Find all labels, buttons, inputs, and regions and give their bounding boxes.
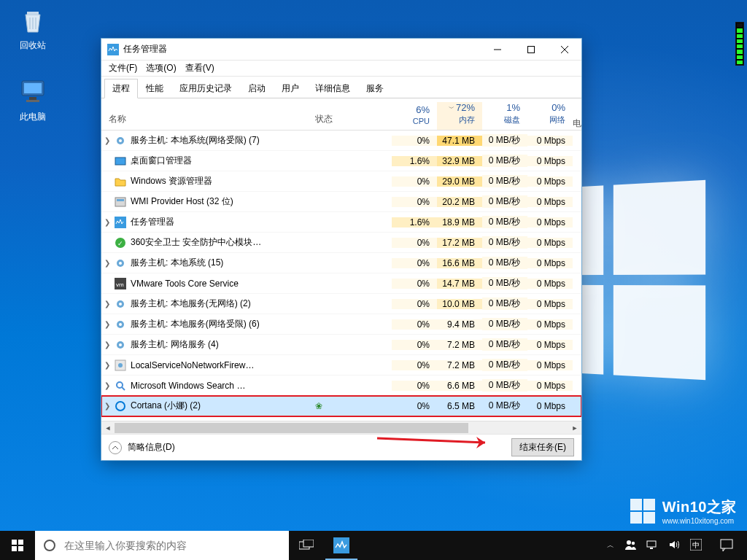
tray-ime-icon[interactable]: 中: [690, 539, 702, 553]
scroll-left-button[interactable]: ◄: [101, 421, 115, 435]
svg-rect-1: [24, 83, 42, 93]
table-row[interactable]: ❯服务主机: 本地系统 (15)0%16.6 MB0 MB/秒0 Mbps: [101, 253, 581, 273]
menu-bar: 文件(F) 选项(O) 查看(V): [101, 61, 581, 77]
close-button[interactable]: [548, 39, 581, 61]
expand-toggle[interactable]: ❯: [101, 320, 113, 328]
task-view-icon: [299, 540, 314, 551]
col-disk[interactable]: 1% 磁盘: [482, 102, 527, 130]
disk-value: 0 MB/秒: [482, 400, 527, 412]
svg-point-23: [119, 343, 122, 346]
fewer-details-toggle[interactable]: [109, 441, 122, 454]
col-memory[interactable]: ﹀72% 内存: [437, 102, 482, 130]
col-cpu[interactable]: 6% CPU: [392, 104, 437, 130]
expand-toggle[interactable]: ❯: [101, 136, 113, 144]
expand-toggle[interactable]: ❯: [101, 402, 113, 410]
process-name: vmVMware Tools Core Service: [113, 278, 315, 289]
menu-view[interactable]: 查看(V): [185, 62, 214, 74]
svg-rect-2: [29, 97, 36, 100]
expand-toggle[interactable]: ❯: [101, 361, 113, 369]
this-pc-icon: [17, 76, 49, 108]
col-name[interactable]: 名称: [101, 113, 315, 130]
search-input[interactable]: [64, 531, 289, 560]
taskmgr-taskbar-icon: [333, 537, 349, 553]
process-icon: ✓: [115, 237, 126, 249]
cpu-value: 0%: [392, 197, 437, 207]
table-row[interactable]: Windows 资源管理器0%29.0 MB0 MB/秒0 Mbps: [101, 171, 581, 192]
horizontal-scrollbar[interactable]: ◄ ►: [101, 421, 581, 434]
tab-6[interactable]: 服务: [358, 79, 392, 98]
svg-rect-3: [26, 100, 39, 102]
col-network[interactable]: 0% 网络: [527, 102, 573, 130]
tab-3[interactable]: 启动: [240, 79, 274, 98]
svg-point-33: [632, 541, 635, 544]
process-name: 服务主机: 本地服务(无网络) (2): [113, 298, 315, 310]
memory-value: 6.6 MB: [437, 381, 482, 391]
expand-toggle[interactable]: ❯: [101, 218, 113, 226]
memory-value: 14.7 MB: [437, 279, 482, 289]
table-row[interactable]: vmVMware Tools Core Service0%14.7 MB0 MB…: [101, 273, 581, 294]
tab-5[interactable]: 详细信息: [307, 79, 358, 98]
svg-point-15: [119, 262, 122, 265]
taskbar-search[interactable]: [35, 531, 289, 560]
start-button[interactable]: [0, 531, 35, 560]
network-value: 0 Mbps: [527, 197, 573, 207]
menu-file[interactable]: 文件(F): [109, 62, 137, 74]
cpu-value: 0%: [392, 136, 437, 146]
table-row[interactable]: ❯服务主机: 本地系统(网络受限) (7)0%47.1 MB0 MB/秒0 Mb…: [101, 131, 581, 151]
table-row[interactable]: ❯服务主机: 本地服务(无网络) (2)0%10.0 MB0 MB/秒0 Mbp…: [101, 294, 581, 314]
titlebar[interactable]: 任务管理器: [101, 39, 581, 61]
table-row[interactable]: ❯服务主机: 本地服务(网络受限) (6)0%9.4 MB0 MB/秒0 Mbp…: [101, 314, 581, 335]
scrollbar-track[interactable]: [115, 421, 568, 435]
disk-value: 0 MB/秒: [482, 216, 527, 228]
desktop-icon-this-pc[interactable]: 此电脑: [6, 76, 60, 123]
table-row[interactable]: ❯服务主机: 网络服务 (4)0%7.2 MB0 MB/秒0 Mbps: [101, 335, 581, 355]
process-name: LocalServiceNoNetworkFirew…: [113, 359, 315, 371]
expand-toggle[interactable]: ❯: [101, 341, 113, 349]
svg-rect-11: [115, 217, 126, 228]
task-view-button[interactable]: [289, 531, 324, 560]
process-name: 桌面窗口管理器: [113, 155, 315, 167]
tab-4[interactable]: 用户: [274, 79, 307, 98]
tab-2[interactable]: 应用历史记录: [171, 79, 240, 98]
taskmgr-icon: [107, 44, 119, 55]
disk-value: 0 MB/秒: [482, 379, 527, 392]
svg-text:中: 中: [692, 541, 700, 549]
menu-options[interactable]: 选项(O): [146, 62, 176, 74]
cortana-circle-icon: [35, 539, 64, 552]
table-row[interactable]: ❯Cortana (小娜) (2)❀0%6.5 MB0 MB/秒0 Mbps: [101, 396, 581, 416]
tab-0[interactable]: 进程: [104, 79, 138, 98]
network-value: 0 Mbps: [527, 238, 573, 248]
svg-point-28: [44, 540, 55, 551]
table-row[interactable]: WMI Provider Host (32 位)0%20.2 MB0 MB/秒0…: [101, 192, 581, 212]
expand-toggle[interactable]: ❯: [101, 381, 113, 389]
desktop-icon-recycle-bin[interactable]: 回收站: [6, 4, 60, 52]
disk-value: 0 MB/秒: [482, 236, 527, 249]
expand-toggle[interactable]: ❯: [101, 259, 113, 267]
minimize-button[interactable]: [481, 39, 514, 61]
maximize-button[interactable]: [514, 39, 548, 61]
scrollbar-thumb[interactable]: [115, 423, 468, 433]
taskbar-item-taskmgr[interactable]: [324, 531, 359, 560]
table-row[interactable]: ❯Microsoft Windows Search …0%6.6 MB0 MB/…: [101, 376, 581, 396]
table-row[interactable]: 桌面窗口管理器1.6%32.9 MB0 MB/秒0 Mbps: [101, 151, 581, 171]
cpu-value: 0%: [392, 340, 437, 350]
table-row[interactable]: ✓360安全卫士 安全防护中心模块…0%17.2 MB0 MB/秒0 Mbps: [101, 233, 581, 253]
end-task-button[interactable]: 结束任务(E): [511, 438, 574, 456]
tab-1[interactable]: 性能: [138, 79, 171, 98]
scroll-right-button[interactable]: ►: [568, 421, 581, 435]
table-row[interactable]: ❯任务管理器1.6%18.9 MB0 MB/秒0 Mbps: [101, 212, 581, 233]
tray-people-icon[interactable]: [624, 539, 636, 553]
tray-overflow-button[interactable]: ︿: [607, 540, 614, 551]
tray-network-icon[interactable]: [646, 539, 658, 553]
tray-volume-icon[interactable]: [668, 539, 680, 553]
svg-rect-5: [528, 46, 535, 52]
table-row[interactable]: ❯LocalServiceNoNetworkFirew…0%7.2 MB0 MB…: [101, 355, 581, 376]
fewer-details-label[interactable]: 简略信息(D): [128, 441, 506, 454]
watermark-url: www.win10xitong.com: [662, 517, 737, 525]
expand-toggle[interactable]: ❯: [101, 300, 113, 308]
col-extra[interactable]: 电: [573, 117, 581, 130]
col-status[interactable]: 状态: [315, 113, 392, 130]
cpu-meter-gadget[interactable]: [735, 22, 744, 66]
action-center-button[interactable]: [712, 531, 741, 560]
svg-point-32: [627, 540, 631, 545]
